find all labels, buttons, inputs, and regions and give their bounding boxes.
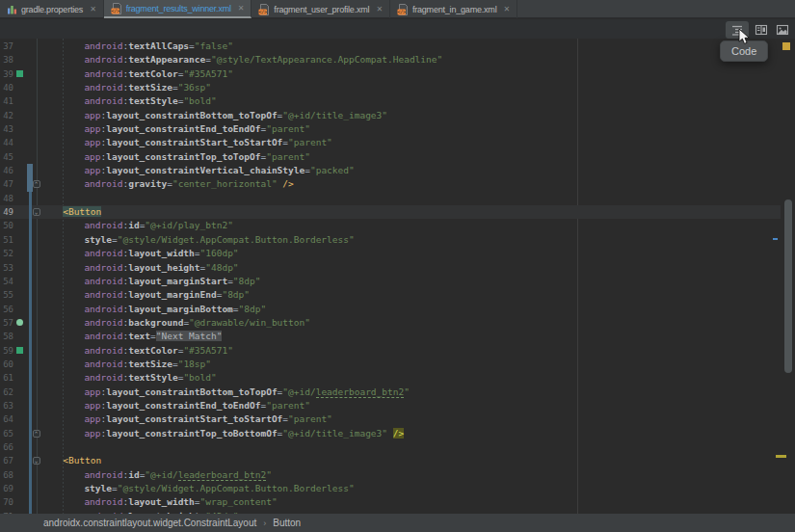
vcs-change-marker[interactable] xyxy=(29,440,32,454)
vcs-change-marker[interactable] xyxy=(29,233,32,247)
code-line-61[interactable]: 61android:textStyle="bold" xyxy=(0,371,781,385)
code-line-37[interactable]: 37android:textAllCaps="false" xyxy=(0,40,781,53)
gutter: 64 xyxy=(0,412,41,426)
code-line-38[interactable]: 38android:textAppearance="@style/TextApp… xyxy=(0,53,781,66)
code-line-50[interactable]: 50android:id="@+id/play_btn2" xyxy=(0,219,781,232)
code-line-41[interactable]: 41android:textStyle="bold" xyxy=(0,94,781,108)
gutter: 67⌄ xyxy=(0,454,41,467)
vcs-change-marker[interactable] xyxy=(29,412,32,426)
code-line-46[interactable]: 46app:layout_constraintVertical_chainSty… xyxy=(0,164,781,177)
line-number: 64 xyxy=(0,412,13,426)
gutter: 41 xyxy=(0,94,41,108)
vcs-change-marker[interactable] xyxy=(29,482,32,495)
code-text: android:textColor="#35A571" xyxy=(84,67,232,81)
code-line-65[interactable]: 65⌃app:layout_constraintTop_toBottomOf="… xyxy=(0,427,781,440)
code-text: android:background="@drawable/win_button… xyxy=(84,316,310,330)
fold-marker-icon[interactable]: ⌃ xyxy=(33,430,40,438)
code-line-57[interactable]: 57android:background="@drawable/win_butt… xyxy=(0,316,781,330)
line-number: 60 xyxy=(0,358,13,371)
error-stripe-mark-yellow[interactable] xyxy=(776,455,786,458)
code-line-39[interactable]: 39android:textColor="#35A571" xyxy=(0,67,781,81)
code-line-62[interactable]: 62app:layout_constraintBottom_toTopOf="@… xyxy=(0,386,781,399)
code-line-48[interactable]: 48 xyxy=(0,192,781,205)
line-number: 56 xyxy=(0,303,13,316)
vcs-change-marker[interactable] xyxy=(29,303,32,316)
code-line-55[interactable]: 55android:layout_marginEnd="8dp" xyxy=(0,288,781,302)
tab-fragment-in-game[interactable]: </> fragment_in_game.xml ✕ xyxy=(390,0,517,18)
code-line-60[interactable]: 60android:textSize="18sp" xyxy=(0,358,781,371)
code-line-59[interactable]: 59android:textColor="#35A571" xyxy=(0,344,781,358)
breadcrumb-separator: › xyxy=(263,519,266,528)
gutter: 61 xyxy=(0,371,41,385)
breadcrumb-item-button[interactable]: Button xyxy=(273,518,301,528)
error-stripe-mark-blue[interactable] xyxy=(773,238,778,240)
vcs-change-marker[interactable] xyxy=(29,330,32,343)
vcs-change-marker[interactable] xyxy=(29,247,32,260)
vcs-change-marker[interactable] xyxy=(29,344,32,358)
code-line-64[interactable]: 64app:layout_constraintStart_toStartOf="… xyxy=(0,412,781,426)
vcs-change-marker[interactable] xyxy=(29,288,32,302)
gutter: 62 xyxy=(0,386,41,399)
vcs-change-marker[interactable] xyxy=(29,205,32,219)
code-line-51[interactable]: 51style="@style/Widget.AppCompat.Button.… xyxy=(0,233,781,247)
line-number: 68 xyxy=(0,468,13,482)
split-view-button[interactable] xyxy=(750,21,773,39)
vcs-change-marker[interactable] xyxy=(29,386,32,399)
vertical-scrollbar[interactable] xyxy=(784,200,792,373)
code-line-63[interactable]: 63app:layout_constraintEnd_toEndOf="pare… xyxy=(0,399,781,412)
vcs-change-marker[interactable] xyxy=(29,219,32,232)
code-line-68[interactable]: 68android:id="@+id/leaderboard_btn2" xyxy=(0,468,781,482)
tab-close-icon[interactable]: ✕ xyxy=(90,6,96,13)
tab-fragment-results-winner[interactable]: </> fragment_results_winner.xml ✕ xyxy=(104,0,252,18)
code-editor[interactable]: 37android:textAllCaps="false"38android:t… xyxy=(0,39,795,514)
fold-marker-icon[interactable]: ⌄ xyxy=(33,457,40,465)
tab-fragment-user-profile[interactable]: </> fragment_user_profile.xml ✕ xyxy=(252,0,390,18)
tab-close-icon[interactable]: ✕ xyxy=(376,6,383,13)
code-text: android:textSize="18sp" xyxy=(84,358,211,371)
vcs-change-marker[interactable] xyxy=(29,468,32,482)
code-line-67[interactable]: 67⌄<Button xyxy=(0,454,781,467)
code-line-52[interactable]: 52android:layout_width="160dp" xyxy=(0,247,781,260)
breadcrumb-item-constraintlayout[interactable]: androidx.constraintlayout.widget.Constra… xyxy=(43,518,256,528)
fold-marker-icon[interactable]: ⌄ xyxy=(33,208,40,216)
vcs-change-marker[interactable] xyxy=(29,399,32,412)
drawable-preview-icon[interactable] xyxy=(16,319,23,326)
code-line-40[interactable]: 40android:textSize="36sp" xyxy=(0,81,781,94)
vcs-change-marker[interactable] xyxy=(29,358,32,371)
code-line-42[interactable]: 42app:layout_constraintBottom_toTopOf="@… xyxy=(0,109,781,122)
code-line-54[interactable]: 54android:layout_marginStart="8dp" xyxy=(0,275,781,288)
gutter: 37 xyxy=(0,40,41,53)
code-line-45[interactable]: 45app:layout_constraintTop_toTopOf="pare… xyxy=(0,150,781,164)
vcs-change-marker[interactable] xyxy=(29,316,32,330)
design-view-button[interactable] xyxy=(771,21,794,39)
color-preview-swatch[interactable] xyxy=(16,347,23,354)
vcs-change-marker[interactable] xyxy=(29,454,32,467)
gutter: 49⌄ xyxy=(0,205,41,219)
vcs-change-marker[interactable] xyxy=(29,192,32,205)
fold-marker-icon[interactable]: ⌃ xyxy=(33,180,40,188)
vcs-change-marker[interactable] xyxy=(29,371,32,385)
vcs-change-marker[interactable] xyxy=(29,427,32,440)
line-number: 54 xyxy=(0,275,13,288)
code-line-69[interactable]: 69style="@style/Widget.AppCompat.Button.… xyxy=(0,482,781,495)
tab-gradle-properties[interactable]: gradle.properties ✕ xyxy=(0,0,104,18)
code-line-44[interactable]: 44app:layout_constraintStart_toStartOf="… xyxy=(0,136,781,149)
inspection-status-square[interactable] xyxy=(782,42,790,50)
tab-close-icon[interactable]: ✕ xyxy=(503,6,510,13)
code-line-47[interactable]: 47⌃android:gravity="center_horizontal" /… xyxy=(0,177,781,191)
code-line-56[interactable]: 56android:layout_marginBottom="8dp" xyxy=(0,303,781,316)
vcs-change-marker[interactable] xyxy=(29,275,32,288)
code-line-70[interactable]: 70android:layout_width="wrap_content" xyxy=(0,495,781,509)
code-line-58[interactable]: 58android:text="Next Match" xyxy=(0,330,781,343)
line-number: 41 xyxy=(0,94,13,108)
color-preview-swatch[interactable] xyxy=(16,70,23,77)
vcs-change-marker[interactable] xyxy=(29,261,32,275)
code-line-53[interactable]: 53android:layout_height="48dp" xyxy=(0,261,781,275)
tab-close-icon[interactable]: ✕ xyxy=(238,5,245,13)
code-line-43[interactable]: 43app:layout_constraintEnd_toEndOf="pare… xyxy=(0,122,781,136)
vcs-change-marker[interactable] xyxy=(27,164,33,177)
code-line-66[interactable]: 66 xyxy=(0,440,781,454)
tab-label: fragment_user_profile.xml xyxy=(274,5,369,14)
vcs-change-marker[interactable] xyxy=(29,495,32,509)
code-line-49[interactable]: 49⌄<Button xyxy=(0,205,781,219)
